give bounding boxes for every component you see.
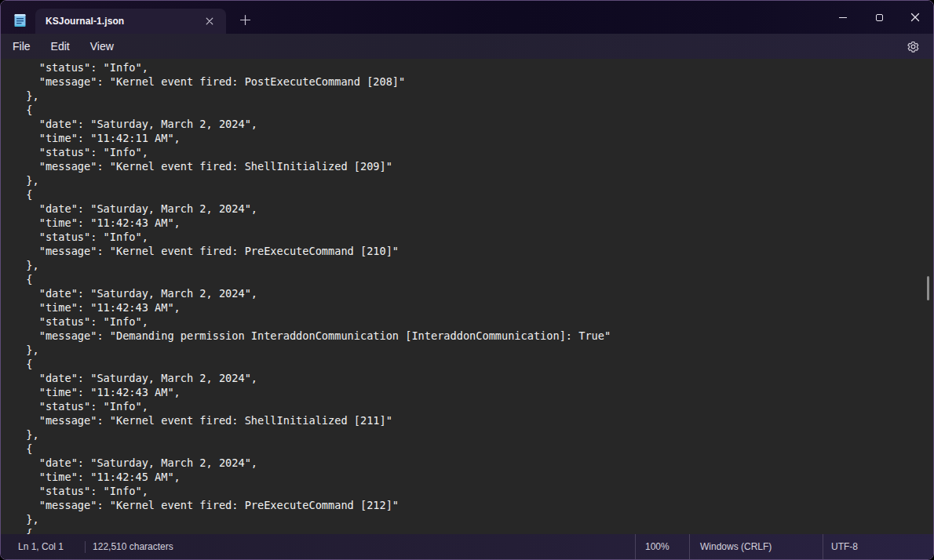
statusbar-divider xyxy=(85,541,86,553)
editor-text[interactable]: "status": "Info", "message": "Kernel eve… xyxy=(1,59,933,534)
maximize-icon xyxy=(876,14,883,21)
gear-icon xyxy=(907,40,920,53)
notepad-window: KSJournal-1.json xyxy=(0,0,934,560)
statusbar-left: Ln 1, Col 1 122,510 characters xyxy=(18,541,173,553)
tab-title: KSJournal-1.json xyxy=(46,16,201,27)
minimize-icon xyxy=(839,17,847,18)
zoom-level: 100% xyxy=(635,534,689,559)
statusbar: Ln 1, Col 1 122,510 characters 100% Wind… xyxy=(1,534,933,559)
menu-file[interactable]: File xyxy=(13,38,31,55)
plus-icon xyxy=(239,14,251,29)
vertical-scrollbar-thumb[interactable] xyxy=(927,276,929,300)
encoding: UTF-8 xyxy=(823,534,932,559)
cursor-position: Ln 1, Col 1 xyxy=(18,541,64,552)
statusbar-right: 100% Windows (CRLF) UTF-8 xyxy=(635,534,932,559)
close-icon xyxy=(910,13,920,22)
line-ending: Windows (CRLF) xyxy=(689,534,823,559)
menu-view[interactable]: View xyxy=(90,38,114,55)
window-controls xyxy=(825,1,933,34)
tab-close-icon[interactable] xyxy=(201,13,218,30)
tab-ksjournal-1-json[interactable]: KSJournal-1.json xyxy=(35,9,226,34)
notepad-app-icon xyxy=(14,13,26,27)
settings-button[interactable] xyxy=(904,34,921,59)
minimize-button[interactable] xyxy=(825,1,861,34)
character-count: 122,510 characters xyxy=(93,541,173,552)
maximize-button[interactable] xyxy=(861,1,897,34)
menubar: File Edit View xyxy=(1,34,933,59)
new-tab-button[interactable] xyxy=(234,10,256,32)
titlebar: KSJournal-1.json xyxy=(1,1,933,34)
editor-area[interactable]: "status": "Info", "message": "Kernel eve… xyxy=(1,59,933,534)
menu-edit[interactable]: Edit xyxy=(51,38,70,55)
close-button[interactable] xyxy=(897,1,933,34)
